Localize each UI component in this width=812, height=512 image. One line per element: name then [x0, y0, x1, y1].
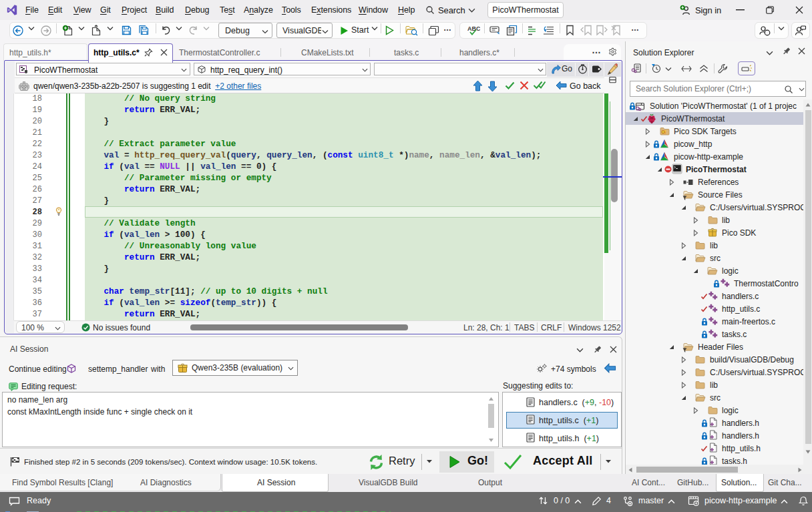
svg-text:ABC: ABC	[467, 25, 480, 32]
